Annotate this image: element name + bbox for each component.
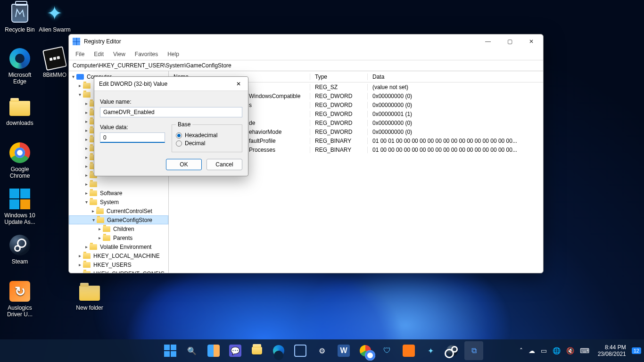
close-button[interactable]: ✕ (520, 34, 542, 49)
radio-hexadecimal[interactable]: Hexadecimal (176, 132, 238, 139)
folder-icon (103, 226, 110, 232)
steam-icon (9, 235, 30, 255)
menu-favorites[interactable]: Favorites (130, 50, 163, 58)
search-icon: 🔍 (186, 345, 198, 357)
tray-battery-icon[interactable]: ▭ (541, 347, 547, 354)
taskbar-store[interactable] (291, 341, 310, 360)
titlebar[interactable]: Registry Editor — ▢ ✕ (69, 34, 543, 49)
folder-icon (96, 208, 104, 214)
radio-decimal[interactable]: Decimal (176, 140, 238, 147)
taskbar-search[interactable]: 🔍 (182, 341, 201, 360)
start-button[interactable] (161, 341, 180, 360)
tree-parents[interactable]: Parents (112, 235, 133, 241)
tree-gameconfigstore[interactable]: GameConfigStore (106, 217, 153, 223)
tree-hkcc[interactable]: HKEY_CURRENT_CONFIG (92, 271, 165, 273)
tray-onedrive-icon[interactable]: ☁ (528, 347, 535, 354)
address-text: Computer\HKEY_CURRENT_USER\System\GameCo… (73, 62, 231, 69)
taskbar-regedit[interactable]: ⧉ (464, 341, 483, 360)
maximize-button[interactable]: ▢ (499, 34, 520, 49)
value-type: REG_DWORD (310, 120, 368, 126)
menu-edit[interactable]: Edit (89, 50, 108, 58)
desktop-icon-alien-swarm[interactable]: ✦ Alien Swarm (36, 2, 74, 33)
col-type[interactable]: Type (310, 74, 368, 80)
tree-hklm[interactable]: HKEY_LOCAL_MACHINE (92, 253, 161, 259)
cancel-button[interactable]: Cancel (206, 159, 242, 170)
value-name-visible-suffix: Processes (249, 147, 275, 153)
tray-ime-icon[interactable]: ⌨ (580, 347, 589, 354)
tray-clock[interactable]: 8:44 PM 23/08/2021 (598, 344, 626, 357)
desktop-icon-label: Microsoft Edge (1, 72, 39, 85)
col-data[interactable]: Data (368, 74, 543, 80)
dialog-titlebar[interactable]: Edit DWORD (32-bit) Value ✕ (94, 77, 248, 91)
folder-icon (83, 253, 91, 259)
tree-volatile-env[interactable]: Volatile Environment (99, 244, 152, 250)
desktop-icon-recycle-bin[interactable]: Recycle Bin (1, 2, 39, 33)
value-data: 0x00000001 (1) (368, 111, 543, 117)
folder-icon (83, 262, 91, 268)
desktop-icon-win10-update[interactable]: Windows 10 Update As... (1, 188, 39, 225)
dialog-close-button[interactable]: ✕ (229, 77, 248, 91)
taskbar-word[interactable]: W (334, 341, 353, 360)
folder-icon (90, 244, 97, 250)
value-name-visible-suffix: faultProfile (249, 138, 276, 144)
desktop-icon-chrome[interactable]: Google Chrome (1, 141, 39, 179)
minimize-button[interactable]: — (477, 34, 499, 49)
tray-network-icon[interactable]: 🌐 (553, 347, 561, 354)
radio-icon (176, 132, 182, 139)
desktop-icon-downloads[interactable]: downloads (1, 95, 39, 126)
tray-volume-icon[interactable]: 🔇 (566, 347, 574, 354)
value-data: 0x00000000 (0) (368, 93, 543, 99)
tree-software[interactable]: Software (99, 190, 123, 197)
menu-file[interactable]: File (71, 50, 89, 58)
desktop-icon-new-folder[interactable]: New folder (71, 280, 108, 311)
tree-system[interactable]: System (99, 199, 120, 206)
recycle-bin-icon (11, 4, 28, 23)
value-name-field[interactable] (100, 107, 242, 117)
menu-help[interactable]: Help (163, 50, 184, 58)
edge-icon (272, 345, 285, 357)
radio-hex-label: Hexadecimal (185, 132, 217, 139)
desktop-icon-label: Steam (1, 258, 39, 265)
radio-dec-label: Decimal (185, 140, 205, 147)
taskbar-settings[interactable]: ⚙ (313, 341, 331, 360)
value-data: (value not set) (368, 84, 543, 90)
desktop-icon-steam[interactable]: Steam (1, 234, 39, 265)
taskbar-security[interactable]: 🛡 (378, 341, 396, 360)
desktop-icon-label: Alien Swarm (36, 26, 74, 33)
edit-dword-dialog: Edit DWORD (32-bit) Value ✕ Value name: … (94, 76, 248, 176)
taskbar-app-orange[interactable] (399, 341, 418, 360)
regedit-app-icon (73, 38, 80, 45)
folder-icon (83, 83, 91, 89)
tray-chevron-up-icon[interactable]: ˄ (520, 347, 523, 354)
menu-view[interactable]: View (108, 50, 130, 58)
desktop-icon-edge[interactable]: Microsoft Edge (1, 47, 39, 85)
8bitmmo-icon (42, 46, 67, 71)
taskbar: 🔍 💬 ⚙ W 🛡 ✦ ⧉ ˄ ☁ ▭ 🌐 🔇 ⌨ 8:44 PM 23/08/… (0, 339, 644, 362)
taskbar-chat[interactable]: 💬 (226, 341, 245, 360)
folder-icon (97, 217, 104, 223)
tree-currentcontrolset[interactable]: CurrentControlSet (106, 208, 153, 214)
desktop-icon-8bitmmo[interactable]: 8BitMMO (36, 47, 74, 78)
taskbar-alien-swarm[interactable]: ✦ (421, 341, 440, 360)
desktop-icon-label: Recycle Bin (1, 26, 39, 33)
ok-button[interactable]: OK (166, 159, 202, 170)
windows-update-icon (9, 189, 30, 209)
desktop-icon-auslogics[interactable]: Auslogics Driver U... (1, 280, 39, 318)
tree-children[interactable]: Children (112, 226, 135, 232)
tree-hku[interactable]: HKEY_USERS (92, 262, 132, 268)
taskbar-chrome[interactable] (356, 341, 375, 360)
shield-icon: 🛡 (381, 345, 393, 357)
taskbar-steam[interactable] (443, 341, 462, 360)
value-data-field[interactable] (100, 132, 165, 143)
store-icon (294, 345, 306, 357)
taskbar-taskview[interactable] (204, 341, 223, 360)
address-bar[interactable]: Computer\HKEY_CURRENT_USER\System\GameCo… (69, 60, 543, 71)
tray-date: 23/08/2021 (598, 351, 626, 357)
taskbar-explorer[interactable] (248, 341, 266, 360)
value-data: 01 00 00 00 00 00 00 00 00 00 00 00 00 0… (368, 147, 543, 153)
value-data: 0x00000000 (0) (368, 129, 543, 135)
taskbar-edge[interactable] (269, 341, 288, 360)
folder-icon (79, 286, 100, 301)
value-type: REG_SZ (310, 84, 368, 90)
tray-notification-badge[interactable]: 12 (632, 347, 641, 354)
